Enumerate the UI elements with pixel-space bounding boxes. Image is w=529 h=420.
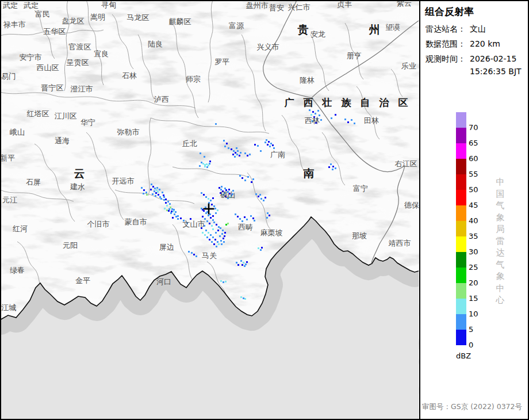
radar-echo [354,123,355,124]
radar-echo [151,184,152,185]
radar-echo [213,222,215,223]
radar-echo [235,213,236,215]
radar-echo [220,280,222,282]
radar-echo [266,139,267,141]
radar-echo [214,239,216,240]
radar-echo [258,196,259,197]
radar-echo [312,120,313,122]
radar-echo [225,281,227,282]
radar-echo [315,122,317,124]
legend-block-10 [456,299,466,314]
radar-echo [169,203,171,205]
radar-echo [188,251,190,253]
radar-echo [208,232,209,234]
legend-tick: 55 [469,170,478,178]
radar-echo [312,111,314,113]
legend-tick: 5 [469,326,473,333]
radar-echo [240,260,242,262]
radar-echo [209,223,210,224]
map-approval-number: 审图号：GS京 (2022) 0372号 [422,402,522,412]
radar-echo [180,217,182,219]
radar-echo [347,121,349,123]
legend-block-25 [456,252,466,268]
radar-echo [216,224,217,226]
legend-block-5 [456,314,466,330]
radar-echo [190,218,191,220]
radar-echo [244,152,246,154]
radar-echo [254,220,255,222]
watermark-char: 达 [494,247,507,259]
radar-echo [206,220,208,222]
radar-echo [332,166,334,167]
radar-echo [240,152,241,154]
radar-echo [177,218,179,220]
radar-echo [216,246,217,247]
radar-echo [162,192,163,193]
legend-tick: 20 [469,279,478,287]
radar-echo [163,196,165,198]
radar-echo [208,215,209,216]
radar-echo [193,254,195,255]
radar-echo [236,262,237,264]
radar-echo [227,197,229,199]
radar-echo [222,230,224,231]
radar-echo [228,189,230,190]
radar-display: 武定武定寻甸富民嵩明马龙区禄丰市盘龙区五华区官渡区宜良安宁市呈贡区西山区易门石林… [0,0,529,420]
radar-echo [211,204,213,205]
radar-echo [241,220,243,222]
radar-echo [175,211,177,213]
radar-echo [195,255,197,257]
radar-echo [249,154,251,155]
radar-echo [335,167,336,169]
radar-echo [245,264,247,265]
radar-echo [177,215,179,217]
radar-echo [335,114,336,116]
radar-echo [225,224,227,226]
radar-echo [141,187,143,189]
radar-echo [215,123,217,125]
radar-echo [269,146,271,147]
legend-unit: dBZ [456,352,471,360]
radar-echo [269,215,270,216]
radar-echo [206,236,208,238]
radar-echo [243,297,244,299]
radar-echo [267,144,269,146]
radar-echo [173,209,175,211]
radar-echo [252,178,254,180]
radar-echo [263,200,264,201]
radar-echo [223,241,225,243]
radar-echo [273,147,275,149]
radar-echo [247,176,249,178]
radar-echo [237,150,239,152]
radar-echo [202,163,204,165]
radar-echo [205,196,207,198]
radar-echo [317,110,319,112]
legend-block-60 [456,143,466,159]
radar-echo [247,155,248,156]
reflectivity-legend: 0510152025303540455055606570 dBZ [420,0,529,420]
radar-echo [172,217,174,219]
radar-echo [215,232,217,234]
radar-echo [212,219,214,221]
radar-echo [239,218,241,220]
radar-echo [217,209,218,211]
legend-block-45 [456,190,466,205]
radar-echo [167,201,169,203]
radar-echo [165,198,167,200]
radar-echo [163,199,165,201]
radar-echo [243,262,244,264]
legend-block-70 [456,112,466,128]
radar-echo [172,211,174,212]
radar-echo [204,156,205,158]
radar-echo [240,296,242,298]
legend-block-15 [456,283,466,299]
radar-echo [213,243,215,245]
radar-echo [213,205,215,207]
radar-echo [222,190,224,192]
radar-echo [156,187,158,189]
watermark-char: 国 [494,188,507,200]
radar-echo [344,119,346,120]
radar-echo [143,193,144,194]
radar-echo [202,232,204,234]
radar-echo [218,226,220,228]
